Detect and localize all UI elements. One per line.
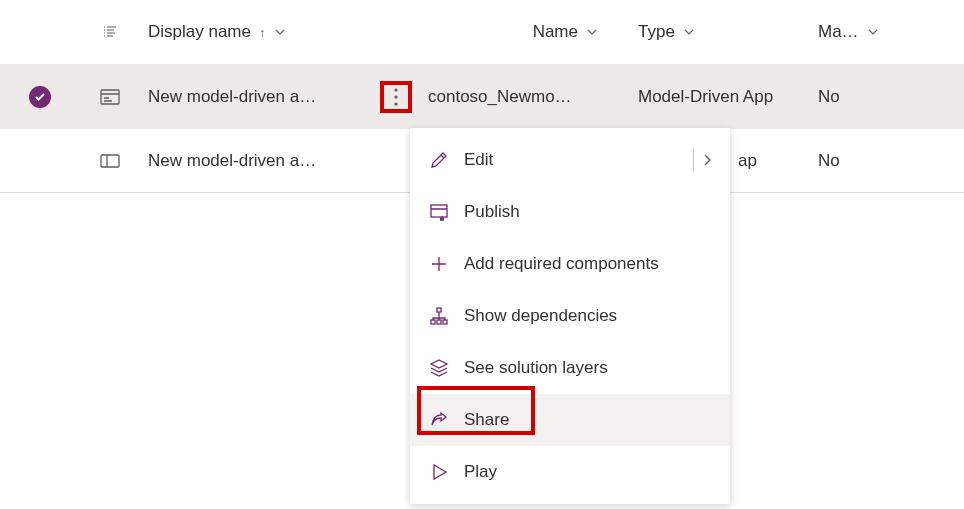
row-display-name: New model-driven a… bbox=[140, 87, 324, 107]
menu-play[interactable]: Play bbox=[410, 446, 730, 498]
menu-see-layers[interactable]: See solution layers bbox=[410, 342, 730, 394]
svg-point-2 bbox=[394, 95, 397, 98]
svg-rect-8 bbox=[437, 320, 441, 324]
svg-rect-9 bbox=[443, 320, 447, 324]
row-type-icon bbox=[80, 154, 140, 168]
table-row[interactable]: New model-driven a… contoso_Newmo… Model… bbox=[0, 64, 964, 128]
column-display-name-label: Display name bbox=[148, 22, 251, 42]
row-name: contoso_Newmo… bbox=[420, 87, 630, 107]
checked-icon bbox=[29, 86, 51, 108]
svg-point-1 bbox=[394, 88, 397, 91]
column-managed-label: Ma… bbox=[818, 22, 859, 42]
column-managed[interactable]: Ma… bbox=[810, 22, 964, 42]
menu-see-layers-label: See solution layers bbox=[464, 358, 608, 378]
column-type-label: Type bbox=[638, 22, 675, 42]
column-name-label: Name bbox=[533, 22, 578, 42]
submenu-indicator bbox=[693, 149, 712, 171]
list-icon bbox=[102, 24, 118, 40]
column-name[interactable]: Name bbox=[420, 22, 630, 42]
plus-icon bbox=[428, 253, 450, 275]
menu-share-label: Share bbox=[464, 410, 509, 430]
row-display-name: New model-driven a… bbox=[140, 151, 324, 171]
svg-point-3 bbox=[394, 102, 397, 105]
menu-add-components[interactable]: Add required components bbox=[410, 238, 730, 290]
menu-edit[interactable]: Edit bbox=[410, 134, 730, 186]
more-vertical-icon bbox=[394, 88, 398, 106]
row-select-checkbox[interactable] bbox=[0, 86, 80, 108]
play-icon bbox=[428, 461, 450, 483]
menu-publish[interactable]: Publish bbox=[410, 186, 730, 238]
share-icon bbox=[428, 409, 450, 431]
menu-publish-label: Publish bbox=[464, 202, 520, 222]
row-context-menu: Edit Publish Add required components Sho… bbox=[410, 128, 730, 504]
chevron-down-icon bbox=[683, 26, 695, 38]
chevron-down-icon bbox=[274, 26, 286, 38]
menu-add-components-label: Add required components bbox=[464, 254, 659, 274]
chevron-down-icon bbox=[586, 26, 598, 38]
menu-show-dependencies-label: Show dependencies bbox=[464, 306, 617, 326]
chevron-right-icon bbox=[702, 153, 712, 167]
table-header-row: Display name ↑ Name Type Ma… bbox=[0, 0, 964, 64]
menu-edit-label: Edit bbox=[464, 150, 493, 170]
row-type: Model-Driven App bbox=[630, 87, 810, 107]
column-type[interactable]: Type bbox=[630, 22, 810, 42]
edit-icon bbox=[428, 149, 450, 171]
svg-rect-0 bbox=[101, 90, 119, 104]
svg-rect-5 bbox=[431, 205, 447, 217]
publish-icon bbox=[428, 201, 450, 223]
menu-play-label: Play bbox=[464, 462, 497, 482]
menu-show-dependencies[interactable]: Show dependencies bbox=[410, 290, 730, 342]
more-actions-button[interactable] bbox=[380, 81, 412, 113]
column-icon-header[interactable] bbox=[80, 24, 140, 40]
layers-icon bbox=[428, 357, 450, 379]
row-managed: No bbox=[810, 151, 964, 171]
app-card-icon bbox=[100, 89, 120, 105]
row-managed: No bbox=[810, 87, 964, 107]
svg-rect-7 bbox=[431, 320, 435, 324]
row-type-icon bbox=[80, 89, 140, 105]
chevron-down-icon bbox=[867, 26, 879, 38]
menu-share[interactable]: Share bbox=[410, 394, 730, 446]
svg-rect-4 bbox=[101, 155, 119, 167]
column-display-name[interactable]: Display name ↑ bbox=[140, 22, 420, 42]
dependencies-icon bbox=[428, 305, 450, 327]
app-icon bbox=[100, 154, 120, 168]
sort-ascending-icon: ↑ bbox=[259, 25, 266, 40]
svg-rect-6 bbox=[437, 308, 441, 312]
